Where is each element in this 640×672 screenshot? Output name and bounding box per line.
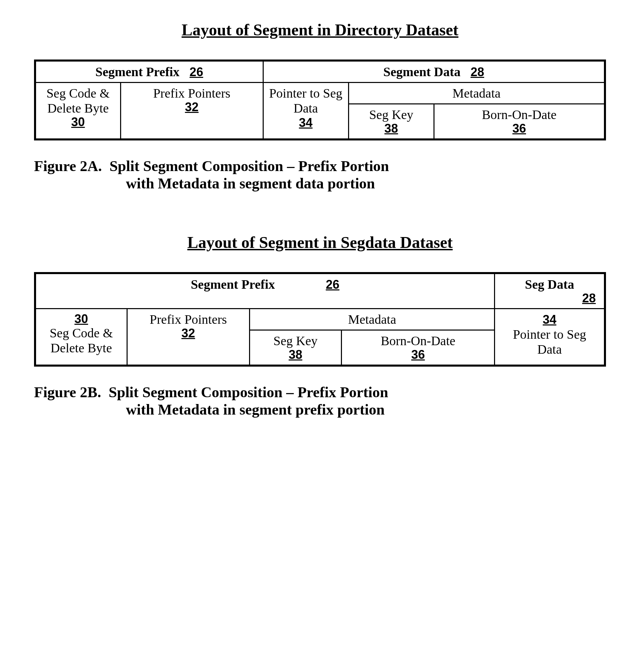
caption-a-label: Figure 2A. [34,158,102,175]
segment-prefix-header: Segment Prefix 26 [35,61,263,83]
metadata-cell: Metadata [348,83,605,104]
caption-b-label: Figure 2B. [34,384,101,401]
segment-prefix-label-b: Segment Prefix [191,277,275,292]
prefix-pointers-label: Prefix Pointers [153,86,230,100]
segment-prefix-label: Segment Prefix [95,65,179,79]
pointer-cell: Pointer to Seg Data 34 [263,83,348,140]
table-a: Segment Prefix 26 Segment Data 28 Seg Co… [34,60,606,140]
seg-code-label: Seg Code & Delete Byte [46,86,110,115]
title-a: Layout of Segment in Directory Dataset [34,20,606,39]
ref-28: 28 [470,65,484,79]
ref-30: 30 [41,115,115,129]
segment-data-label-b: Seg Data [525,277,574,292]
ref-36: 36 [439,121,599,136]
ref-28-b: 28 [500,291,596,305]
born-on-date-label: Born-On-Date [482,107,556,122]
prefix-pointers-cell-b: Prefix Pointers 32 [127,309,249,366]
table-b: Segment Prefix 26 Seg Data 28 30 Seg Cod… [34,272,606,367]
metadata-cell-b: Metadata [249,309,494,330]
born-on-date-cell: Born-On-Date 36 [434,104,605,140]
ref-26-b: 26 [326,278,339,292]
ref-32-b: 32 [132,326,244,340]
ref-30-b: 30 [41,312,122,326]
caption-b: Figure 2B. Split Segment Composition – P… [34,384,606,418]
segment-data-header: Segment Data 28 [263,61,605,83]
pointer-label: Pointer to Seg Data [269,86,342,115]
born-on-date-cell-b: Born-On-Date 36 [341,330,495,366]
caption-a-line1: Split Segment Composition – Prefix Porti… [110,158,389,175]
metadata-label: Metadata [452,86,500,100]
segment-data-header-b: Seg Data 28 [495,273,605,309]
figure-a: Layout of Segment in Directory Dataset S… [34,20,606,192]
title-b: Layout of Segment in Segdata Dataset [34,233,606,252]
ref-34: 34 [268,116,343,130]
segment-prefix-header-b: Segment Prefix 26 [35,273,495,309]
ref-26: 26 [190,65,203,79]
ref-38-b: 38 [255,347,336,362]
segment-data-label: Segment Data [383,65,461,79]
seg-key-label-b: Seg Key [274,334,318,348]
table-row: Seg Code & Delete Byte 30 Prefix Pointer… [35,83,605,104]
prefix-pointers-cell: Prefix Pointers 32 [120,83,263,140]
seg-key-cell: Seg Key 38 [348,104,434,140]
caption-a: Figure 2A. Split Segment Composition – P… [34,158,606,192]
seg-key-label: Seg Key [369,107,413,122]
seg-key-cell-b: Seg Key 38 [249,330,341,366]
seg-code-label-b: Seg Code & Delete Byte [50,326,113,355]
metadata-label-b: Metadata [348,312,396,327]
table-row: Segment Prefix 26 Segment Data 28 [35,61,605,83]
figure-b: Layout of Segment in Segdata Dataset Seg… [34,233,606,418]
born-on-date-label-b: Born-On-Date [381,334,455,348]
caption-b-line1: Split Segment Composition – Prefix Porti… [108,384,388,401]
seg-code-cell-b: 30 Seg Code & Delete Byte [35,309,127,366]
caption-a-line2: with Metadata in segment data portion [126,175,606,192]
ref-34-b: 34 [543,313,556,327]
pointer-label-b: Pointer to Seg Data [500,327,599,357]
table-row: 30 Seg Code & Delete Byte Prefix Pointer… [35,309,605,330]
pointer-cell-b: 34 Pointer to Seg Data [495,309,605,366]
seg-code-cell: Seg Code & Delete Byte 30 [35,83,120,140]
ref-32: 32 [126,100,258,114]
ref-36-b: 36 [347,347,489,362]
ref-38: 38 [354,121,429,136]
caption-b-line2: with Metadata in segment prefix portion [126,401,606,418]
table-row: Segment Prefix 26 Seg Data 28 [35,273,605,309]
prefix-pointers-label-b: Prefix Pointers [150,312,227,327]
